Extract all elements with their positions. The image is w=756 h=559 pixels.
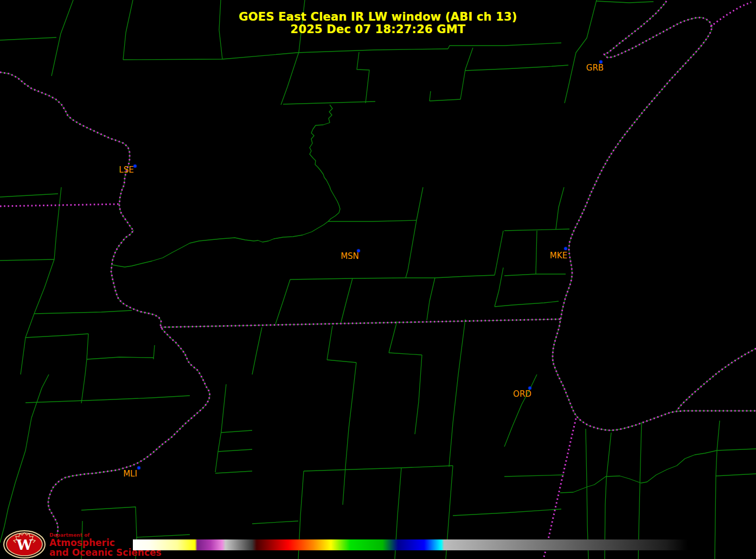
station-label-mke: MKE xyxy=(550,252,567,260)
logo-line-2: Atmospheric xyxy=(49,538,162,548)
uw-crest-icon: W xyxy=(3,530,46,558)
station-marker-mke xyxy=(565,247,567,250)
station-label-msn: MSN xyxy=(341,252,359,261)
station-label-ord: ORD xyxy=(513,390,531,398)
title-line-1: GOES East Clean IR LW window (ABI ch 13) xyxy=(0,11,756,23)
title-line-2: 2025 Dec 07 18:27:26 GMT xyxy=(0,23,756,36)
uw-aos-logo: W Department of Atmospheric and Oceanic … xyxy=(3,530,162,558)
station-label-grb: GRB xyxy=(586,64,604,72)
crest-letter: W xyxy=(16,537,33,553)
station-marker-mli xyxy=(138,467,140,469)
goes-satellite-viewer: GOES East Clean IR LW window (ABI ch 13)… xyxy=(0,0,756,559)
logo-line-3: and Oceanic Sciences xyxy=(49,548,162,557)
image-title: GOES East Clean IR LW window (ABI ch 13)… xyxy=(0,11,756,36)
station-label-lse: LSE xyxy=(119,166,133,174)
ir-temperature-colorbar xyxy=(133,539,688,550)
station-label-mli: MLI xyxy=(123,470,137,478)
station-marker-lse xyxy=(134,165,137,168)
logo-dept-line: Department of xyxy=(49,532,162,538)
logo-text: Department of Atmospheric and Oceanic Sc… xyxy=(49,530,162,557)
satellite-map-canvas xyxy=(0,0,756,559)
